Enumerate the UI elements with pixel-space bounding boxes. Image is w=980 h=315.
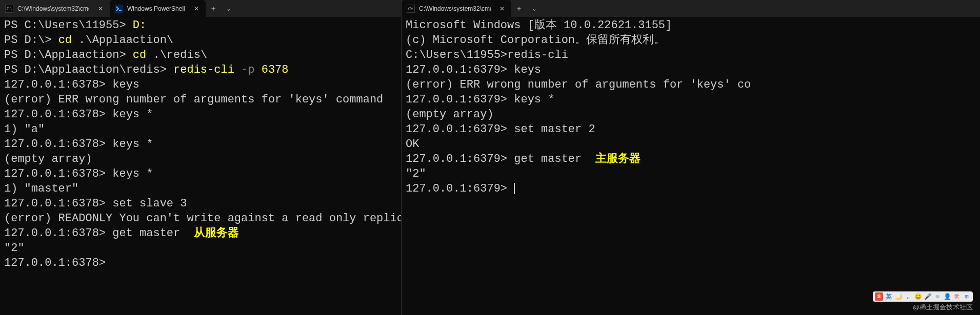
terminal-line: PS D:\> cd .\Applaaction\ bbox=[4, 33, 397, 48]
tab-dropdown[interactable]: ⌄ bbox=[527, 1, 542, 16]
tab-cmd[interactable]: C:\ C:\Windows\system32\cmd.ex ✕ bbox=[0, 0, 110, 17]
text-segment: (c) Microsoft Corporation。保留所有权利。 bbox=[406, 34, 665, 47]
text-segment: cd bbox=[133, 49, 153, 61]
ime-tray[interactable]: S 英 🌙 , 😀 🎤 ⌨ 👤 🛠 ⊞ bbox=[873, 291, 973, 302]
cmd-icon: C:\ bbox=[407, 5, 415, 13]
text-segment: C:\Users\11955>redis-cli bbox=[406, 49, 568, 61]
text-segment: 127.0.0.1:6378> keys bbox=[4, 78, 139, 91]
terminal-line: 127.0.0.1:6378> keys * bbox=[4, 137, 397, 152]
text-segment: 127.0.0.1:6378> keys * bbox=[4, 138, 153, 151]
moon-icon[interactable]: 🌙 bbox=[894, 292, 903, 301]
person-icon[interactable]: 👤 bbox=[943, 292, 951, 301]
right-titlebar: C:\ C:\Windows\system32\cmd.ex ✕ ＋ ⌄ bbox=[402, 0, 980, 17]
text-segment: PS D:\Applaaction\redis> bbox=[4, 64, 173, 76]
text-segment: 1) "a" bbox=[4, 123, 45, 136]
tab-cmd-title: C:\Windows\system32\cmd.ex bbox=[17, 5, 89, 12]
tab-powershell[interactable]: Windows PowerShell ✕ bbox=[110, 0, 206, 17]
sogou-icon[interactable]: S bbox=[875, 292, 883, 301]
keyboard-icon[interactable]: ⌨ bbox=[933, 292, 942, 301]
terminal-line: 1) "master" bbox=[4, 181, 397, 196]
terminal-line: OK bbox=[406, 137, 976, 152]
text-segment: 127.0.0.1:6378> keys * bbox=[4, 108, 153, 121]
terminal-line: C:\Users\11955>redis-cli bbox=[406, 48, 976, 62]
text-segment: 127.0.0.1:6378> get master bbox=[4, 227, 194, 240]
terminal-line: 127.0.0.1:6379> set master 2 bbox=[406, 122, 976, 137]
lang-indicator[interactable]: 英 bbox=[885, 292, 893, 301]
svg-text:C:\: C:\ bbox=[408, 7, 414, 11]
left-terminal-body[interactable]: PS C:\Users\11955> D:PS D:\> cd .\Applaa… bbox=[0, 17, 401, 315]
terminal-line: (empty array) bbox=[4, 152, 397, 166]
terminal-line: 127.0.0.1:6378> set slave 3 bbox=[4, 196, 397, 211]
cmd-icon: C:\ bbox=[5, 5, 13, 13]
tab-ps-title: Windows PowerShell bbox=[127, 5, 185, 12]
text-segment: 127.0.0.1:6379> get master bbox=[406, 153, 595, 165]
text-segment: "2" bbox=[406, 167, 426, 180]
face-icon[interactable]: 😀 bbox=[914, 292, 922, 301]
close-icon[interactable]: ✕ bbox=[96, 5, 105, 13]
text-segment: cd bbox=[58, 34, 79, 47]
terminal-line: (error) READONLY You can't write against… bbox=[4, 211, 397, 226]
terminal-line: 127.0.0.1:6378> bbox=[4, 256, 397, 270]
terminal-line: Microsoft Windows [版本 10.0.22621.3155] bbox=[406, 18, 976, 33]
powershell-icon bbox=[115, 5, 123, 13]
terminal-line: 127.0.0.1:6378> keys * bbox=[4, 107, 397, 122]
terminal-line: (empty array) bbox=[406, 107, 976, 122]
text-segment: PS C:\Users\11955> bbox=[4, 19, 133, 32]
text-segment: 127.0.0.1:6378> keys * bbox=[4, 167, 153, 180]
text-segment: (error) READONLY You can't write against… bbox=[4, 212, 401, 225]
text-segment: 127.0.0.1:6379> set master 2 bbox=[406, 123, 595, 136]
right-terminal-window: C:\ C:\Windows\system32\cmd.ex ✕ ＋ ⌄ Mic… bbox=[402, 0, 980, 315]
terminal-line: PS D:\Applaaction> cd .\redis\ bbox=[4, 48, 397, 62]
text-segment: 127.0.0.1:6379> bbox=[406, 182, 514, 195]
text-segment: 127.0.0.1:6379> keys bbox=[406, 64, 541, 76]
close-icon[interactable]: ✕ bbox=[192, 5, 201, 13]
text-segment: D: bbox=[133, 19, 146, 32]
text-segment: 主服务器 bbox=[595, 153, 641, 165]
close-icon[interactable]: ✕ bbox=[498, 5, 506, 13]
tool-icon[interactable]: 🛠 bbox=[953, 292, 961, 301]
text-segment: redis-cli bbox=[173, 64, 241, 76]
text-segment: Microsoft Windows [版本 10.0.22621.3155] bbox=[406, 19, 672, 32]
terminal-line: "2" bbox=[406, 166, 976, 181]
text-segment: 6378 bbox=[262, 64, 289, 76]
terminal-line: 127.0.0.1:6379> bbox=[406, 181, 976, 196]
tab-cmd-right-title: C:\Windows\system32\cmd.ex bbox=[419, 5, 491, 12]
terminal-line: 127.0.0.1:6379> get master 主服务器 bbox=[406, 152, 976, 166]
text-segment: "2" bbox=[4, 242, 25, 255]
terminal-line: PS D:\Applaaction\redis> redis-cli -p 63… bbox=[4, 62, 397, 77]
text-segment: .\redis\ bbox=[153, 49, 207, 61]
tab-cmd-right[interactable]: C:\ C:\Windows\system32\cmd.ex ✕ bbox=[402, 0, 511, 17]
text-segment: 127.0.0.1:6379> keys * bbox=[406, 93, 554, 106]
terminal-line: "2" bbox=[4, 241, 397, 256]
text-segment: 127.0.0.1:6378> bbox=[4, 257, 106, 269]
mic-icon[interactable]: 🎤 bbox=[924, 292, 932, 301]
text-segment: 127.0.0.1:6378> set slave 3 bbox=[4, 197, 187, 210]
terminal-line: (error) ERR wrong number of arguments fo… bbox=[4, 92, 397, 107]
grid-icon[interactable]: ⊞ bbox=[963, 292, 971, 301]
new-tab-button[interactable]: ＋ bbox=[511, 1, 527, 16]
text-segment: -p bbox=[241, 64, 262, 76]
text-segment: PS D:\Applaaction> bbox=[4, 49, 133, 61]
watermark: @稀土掘金技术社区 bbox=[913, 303, 973, 312]
terminal-line: 127.0.0.1:6378> keys * bbox=[4, 166, 397, 181]
text-segment: OK bbox=[406, 138, 419, 151]
text-segment: (empty array) bbox=[406, 108, 494, 121]
right-terminal-body[interactable]: Microsoft Windows [版本 10.0.22621.3155](c… bbox=[402, 17, 980, 315]
terminal-line: 127.0.0.1:6379> keys bbox=[406, 62, 976, 77]
terminal-line: 127.0.0.1:6379> keys * bbox=[406, 92, 976, 107]
text-segment: 1) "master" bbox=[4, 182, 78, 195]
text-segment: (empty array) bbox=[4, 153, 92, 165]
svg-text:C:\: C:\ bbox=[7, 7, 12, 11]
cursor bbox=[514, 183, 515, 194]
text-segment: (error) ERR wrong number of arguments fo… bbox=[4, 93, 383, 106]
text-segment: PS D:\> bbox=[4, 34, 58, 47]
terminal-line: 127.0.0.1:6378> keys bbox=[4, 77, 397, 92]
terminal-line: (c) Microsoft Corporation。保留所有权利。 bbox=[406, 33, 976, 48]
tab-dropdown[interactable]: ⌄ bbox=[221, 1, 236, 16]
text-segment: (error) ERR wrong number of arguments fo… bbox=[406, 78, 751, 91]
new-tab-button[interactable]: ＋ bbox=[206, 1, 221, 16]
left-terminal-window: C:\ C:\Windows\system32\cmd.ex ✕ Windows… bbox=[0, 0, 402, 315]
comma-icon[interactable]: , bbox=[904, 292, 912, 301]
text-segment: .\Applaaction\ bbox=[78, 34, 173, 47]
terminal-line: 1) "a" bbox=[4, 122, 397, 137]
